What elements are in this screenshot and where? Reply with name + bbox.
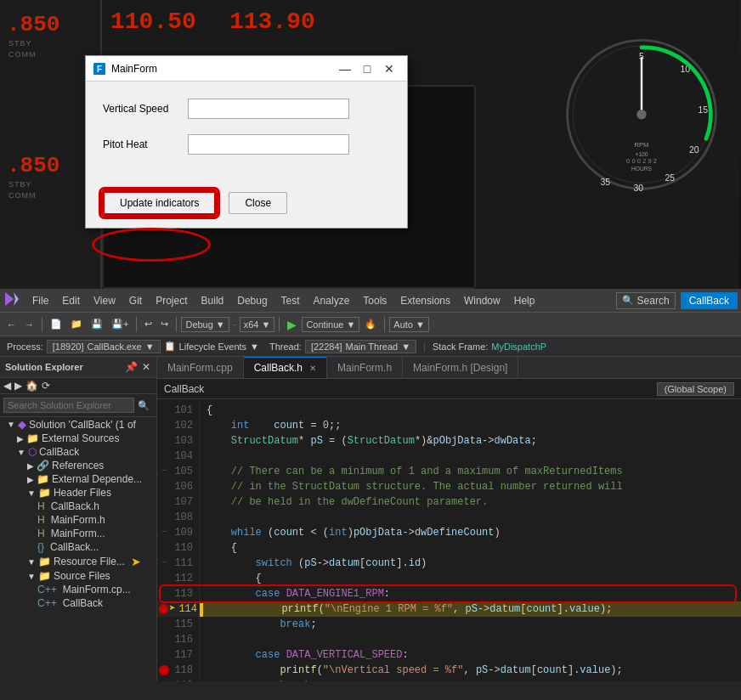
- menubar: File Edit View Git Project Build Debug T…: [0, 289, 741, 313]
- sidebar-forward-btn[interactable]: ▶: [14, 380, 22, 392]
- pitot-heat-input[interactable]: [188, 134, 349, 155]
- tree-solution[interactable]: ▼ ◆ Solution 'CallBack' (1 of: [0, 417, 156, 432]
- tree-mainform-h[interactable]: H MainForm.h: [0, 513, 156, 527]
- menu-debug[interactable]: Debug: [230, 291, 274, 310]
- menu-window[interactable]: Window: [457, 291, 507, 310]
- lifecycle-chevron: ▼: [250, 342, 259, 352]
- menu-edit[interactable]: Edit: [55, 291, 87, 310]
- debug-dropdown[interactable]: Debug ▼: [181, 317, 229, 332]
- tree-callback-project[interactable]: ▼ ⬡ CallBack: [0, 445, 156, 459]
- pin-btn[interactable]: 📌: [124, 360, 139, 374]
- tree-callback-source[interactable]: C++ CallBack: [0, 596, 156, 610]
- references-icon: 🔗: [37, 460, 49, 471]
- tree-callback-cpp[interactable]: {} CallBack...: [0, 540, 156, 554]
- menu-test[interactable]: Test: [274, 291, 307, 310]
- maximize-button[interactable]: □: [356, 59, 378, 78]
- thread-name: Main Thread: [346, 342, 399, 352]
- line-114-gutter: ➤ 114: [157, 601, 199, 617]
- tab-callback-h-close[interactable]: ✕: [309, 364, 316, 373]
- thread-dropdown[interactable]: [22284] Main Thread ▼: [305, 340, 416, 353]
- sidebar-close-btn[interactable]: ✕: [141, 360, 151, 374]
- tree-mainform-cpp[interactable]: C++ MainForm.cp...: [0, 583, 156, 596]
- open-btn[interactable]: 📁: [67, 317, 86, 331]
- menu-view[interactable]: View: [87, 291, 122, 310]
- code-line-106: // in the StructDatum structure. The act…: [200, 479, 741, 494]
- search-solution-explorer-input[interactable]: [3, 398, 134, 413]
- breakpoint-118: [159, 665, 169, 675]
- code-area: 101 102 103 104: [157, 399, 741, 681]
- tabs-bar: MainForm.cpp CallBack.h ✕ MainForm.h Mai…: [157, 357, 741, 379]
- external-sources-label: External Sources: [42, 432, 119, 444]
- search-box[interactable]: 🔍 Search: [616, 292, 676, 309]
- auto-dropdown[interactable]: Auto ▼: [389, 317, 429, 332]
- sep1: [42, 317, 42, 332]
- code-line-105: // There can be a minimum of 1 and a max…: [200, 464, 741, 479]
- forward-btn[interactable]: →: [21, 318, 37, 331]
- fold-109: −: [159, 525, 169, 540]
- tree-ext-depend[interactable]: ▶ 📁 External Depende...: [0, 472, 156, 486]
- continue-button[interactable]: ▶: [284, 316, 300, 333]
- tree-references[interactable]: ▶ 🔗 References: [0, 459, 156, 472]
- linenum-105: 105: [169, 464, 193, 479]
- code-line-119: break;: [200, 678, 741, 681]
- tab-mainform-h[interactable]: MainForm.h: [327, 357, 403, 378]
- thread-label: Thread:: [269, 342, 302, 352]
- callback-project-label: CallBack: [39, 446, 79, 458]
- tree-source-files[interactable]: ▼ 📁 Source Files: [0, 569, 156, 583]
- stack-frame-label: Stack Frame:: [433, 342, 488, 352]
- stby-label-1: STBY: [0, 37, 100, 49]
- save-btn[interactable]: 💾: [88, 317, 106, 331]
- tree-callback-h[interactable]: H CallBack.h: [0, 500, 156, 513]
- search-label: Search: [637, 295, 670, 307]
- continue-dropdown[interactable]: Continue ▼: [302, 317, 359, 332]
- menu-build[interactable]: Build: [195, 291, 231, 310]
- menu-project[interactable]: Project: [149, 291, 194, 310]
- menu-tools[interactable]: Tools: [356, 291, 393, 310]
- save-all-btn[interactable]: 💾+: [108, 317, 132, 331]
- tab-mainform-cpp[interactable]: MainForm.cpp: [157, 357, 244, 378]
- tree-mainform-h2[interactable]: H MainForm...: [0, 527, 156, 540]
- source-files-chevron: ▼: [27, 572, 36, 581]
- arch-dropdown[interactable]: x64 ▼: [240, 317, 275, 332]
- callback-button[interactable]: CallBack: [681, 292, 738, 309]
- continue-chevron: ▼: [346, 319, 355, 330]
- tree-external-sources[interactable]: ▶ 📁 External Sources: [0, 432, 156, 445]
- mainform-h-icon: H: [37, 514, 45, 526]
- code-line-113: case DATA_ENGINE1_RPM:: [200, 586, 741, 601]
- breadcrumb-namespace: CallBack: [164, 383, 204, 395]
- update-indicators-button[interactable]: Update indicators: [103, 191, 216, 215]
- linenum-102: 102: [169, 418, 193, 433]
- search-explorer-btn[interactable]: 🔍: [134, 398, 153, 413]
- tree-resource-files[interactable]: ▼ 📁 Resource File... ➤: [0, 554, 156, 569]
- menu-help[interactable]: Help: [507, 291, 542, 310]
- sidebar-back-btn[interactable]: ◀: [3, 380, 11, 392]
- new-file-btn[interactable]: 📄: [47, 317, 65, 331]
- back-btn[interactable]: ←: [3, 318, 20, 331]
- menu-git[interactable]: Git: [122, 291, 149, 310]
- menu-extensions[interactable]: Extensions: [393, 291, 457, 310]
- redo-btn[interactable]: ↪: [157, 317, 172, 331]
- dialog-close-button[interactable]: ✕: [378, 59, 400, 78]
- breadcrumb-scope-dropdown[interactable]: (Global Scope): [657, 382, 734, 396]
- source-files-label: Source Files: [54, 570, 110, 582]
- search-icon: 🔍: [622, 295, 634, 306]
- tab-callback-h[interactable]: CallBack.h ✕: [244, 357, 327, 378]
- minimize-button[interactable]: —: [334, 59, 356, 78]
- home-btn[interactable]: 🏠: [25, 380, 38, 392]
- vertical-speed-input[interactable]: [188, 99, 349, 119]
- svg-text:F: F: [97, 65, 102, 74]
- sep-thread: |: [423, 342, 426, 352]
- undo-btn[interactable]: ↩: [141, 317, 156, 331]
- menu-analyze[interactable]: Analyze: [307, 291, 357, 310]
- menu-file[interactable]: File: [25, 291, 55, 310]
- fold-105: −: [159, 464, 169, 479]
- svg-text:25: 25: [665, 173, 675, 183]
- hot-reload-btn[interactable]: 🔥: [361, 317, 380, 331]
- tree-header-files[interactable]: ▼ 📁 Header Files: [0, 486, 156, 500]
- resource-files-icon: 📁: [38, 556, 51, 567]
- stack-frame-value: MyDispatchP: [491, 342, 546, 352]
- process-dropdown[interactable]: [18920] CallBack.exe ▼: [47, 340, 161, 353]
- tab-mainform-design[interactable]: MainForm.h [Design]: [403, 357, 518, 378]
- sync-btn[interactable]: ⟳: [42, 380, 50, 392]
- close-dialog-button[interactable]: Close: [229, 192, 287, 214]
